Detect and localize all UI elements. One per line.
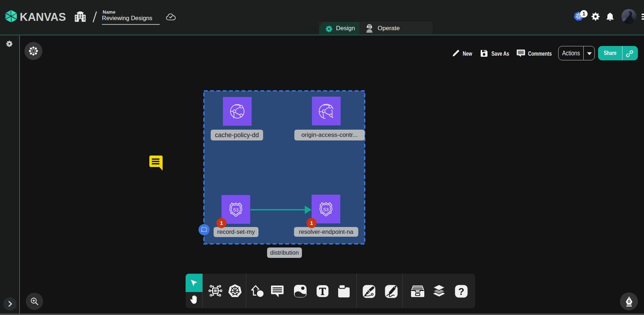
svg-text:53: 53 (323, 207, 328, 212)
svg-text:53: 53 (233, 207, 238, 213)
svg-text:?: ? (458, 286, 465, 297)
